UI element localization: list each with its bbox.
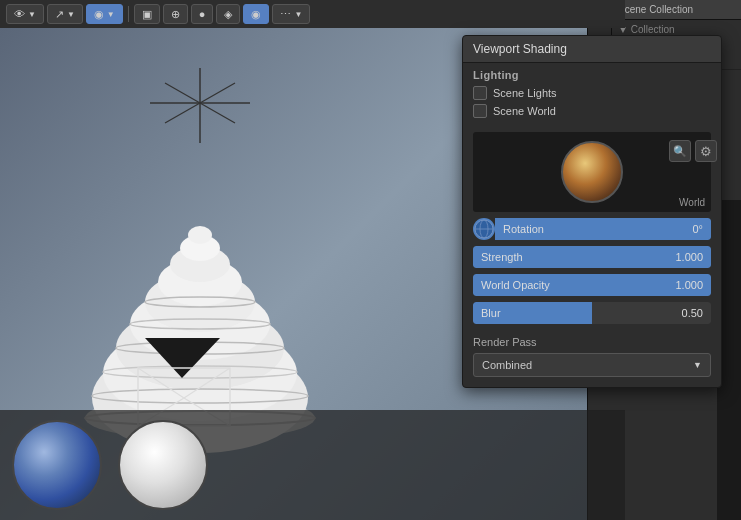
render-pass-dropdown[interactable]: Combined ▼ (473, 353, 711, 377)
more-button[interactable]: ⋯ ▼ (272, 4, 310, 24)
chevron-down-icon2: ▼ (67, 10, 75, 19)
lighting-label: Lighting (473, 69, 711, 81)
shading-panel-title: Viewport Shading (463, 36, 721, 63)
strength-slider-label: Strength (481, 251, 523, 263)
rendered-icon: ◉ (251, 8, 261, 21)
view-menu-button[interactable]: 👁 ▼ (6, 4, 44, 24)
wireframe-icon: ▣ (142, 8, 152, 21)
render-pass-label: Render Pass (473, 336, 711, 348)
combined-option: Combined (482, 359, 532, 371)
separator1 (128, 6, 129, 22)
rotation-slider-label: Rotation (503, 223, 544, 235)
blur-row[interactable]: Blur 0.50 (473, 302, 711, 324)
scene-lights-label: Scene Lights (493, 87, 557, 99)
scene-lights-row: Scene Lights (473, 86, 711, 100)
overlay-icon: ⊕ (171, 8, 180, 21)
blur-slider[interactable]: Blur 0.50 (473, 302, 711, 324)
scene-lights-checkbox[interactable] (473, 86, 487, 100)
chevron-down-icon4: ▼ (294, 10, 302, 19)
scene-collection-header: Scene Collection (612, 0, 741, 20)
env-sphere-thumbnail[interactable] (12, 420, 102, 510)
dropdown-arrow: ▼ (693, 360, 702, 370)
select-menu-button[interactable]: ↗ ▼ (47, 4, 83, 24)
world-opacity-row[interactable]: World Opacity 1.000 (473, 274, 711, 296)
rotation-slider[interactable]: Rotation 0° (495, 218, 711, 240)
strength-slider-value: 1.000 (675, 251, 703, 263)
viewport-shading-button[interactable]: ◉ ▼ (86, 4, 123, 24)
scene-world-checkbox[interactable] (473, 104, 487, 118)
shading-material-button[interactable]: ◈ (216, 4, 240, 24)
world-opacity-value: 1.000 (675, 279, 703, 291)
lighting-section: Lighting Scene Lights Scene World (463, 63, 721, 126)
blur-label: Blur (481, 307, 501, 319)
bottom-thumbnail-bar (0, 410, 625, 520)
hdri-sphere (561, 141, 623, 203)
globe-svg (473, 218, 495, 240)
rotation-slider-value: 0° (692, 223, 703, 235)
eye-icon: 👁 (14, 8, 25, 20)
world-label: World (679, 197, 705, 208)
strength-row[interactable]: Strength 1.000 (473, 246, 711, 268)
render-pass-section: Render Pass Combined ▼ (463, 330, 721, 379)
overlay-button[interactable]: ⊕ (163, 4, 188, 24)
world-opacity-label: World Opacity (481, 279, 550, 291)
world-opacity-slider[interactable]: World Opacity 1.000 (473, 274, 711, 296)
sphere-icon: ◉ (94, 8, 104, 21)
wireframe-button[interactable]: ▣ (134, 4, 160, 24)
viewport-shading-panel: Viewport Shading Lighting Scene Lights S… (462, 35, 722, 388)
shading-rendered-button[interactable]: ◉ (243, 4, 269, 24)
scene-world-row: Scene World (473, 104, 711, 118)
chevron-down-icon3: ▼ (107, 10, 115, 19)
gear-button[interactable]: ⚙ (695, 140, 717, 162)
scene-world-label: Scene World (493, 105, 556, 117)
top-toolbar: 👁 ▼ ↗ ▼ ◉ ▼ ▣ ⊕ ● ◈ ◉ ⋯ ▼ (0, 0, 625, 28)
material-icon: ◈ (224, 8, 232, 21)
cursor-icon: ↗ (55, 8, 64, 21)
search-button[interactable]: 🔍 (669, 140, 691, 162)
blur-value: 0.50 (682, 307, 703, 319)
dots-icon: ⋯ (280, 8, 291, 21)
solid-icon: ● (199, 8, 206, 20)
chevron-down-icon: ▼ (28, 10, 36, 19)
rotation-globe-icon (473, 218, 495, 240)
strength-slider[interactable]: Strength 1.000 (473, 246, 711, 268)
material-sphere-thumbnail[interactable] (118, 420, 208, 510)
rotation-row[interactable]: Rotation 0° (473, 218, 711, 240)
shading-solid-button[interactable]: ● (191, 4, 214, 24)
